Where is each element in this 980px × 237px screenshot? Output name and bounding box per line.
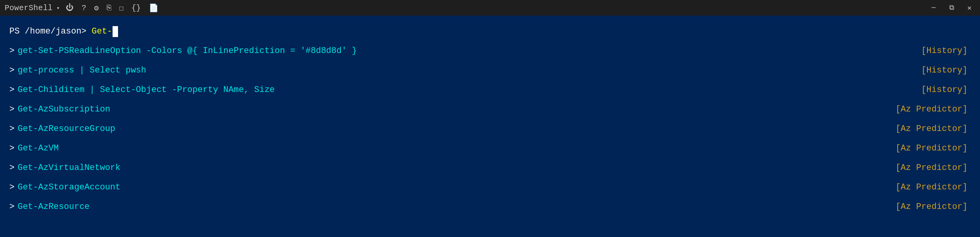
app-title: PowerShell <box>5 4 53 12</box>
titlebar: PowerShell ▾ ⏻ ? ⚙ ⎘ ☐ {} 📄 ─ ⧉ ✕ <box>0 0 980 16</box>
prompt-line: PS /home/jason> Get- <box>9 22 971 41</box>
minimize-button[interactable]: ─ <box>928 4 939 12</box>
arrow-8: > <box>9 178 14 197</box>
cmd-2: get-process | Select pwsh <box>18 61 146 80</box>
arrow-2: > <box>9 61 14 80</box>
tag-7: [Az Predictor] <box>895 163 968 173</box>
tag-3: [History] <box>921 85 968 95</box>
cmd-4: Get-AzSubscription <box>18 100 110 119</box>
tag-area-3: [History] <box>275 80 971 100</box>
powershell-window: PowerShell ▾ ⏻ ? ⚙ ⎘ ☐ {} 📄 ─ ⧉ ✕ PS /ho… <box>0 0 980 237</box>
tag-area-5: [Az Predictor] <box>115 119 971 139</box>
help-icon[interactable]: ? <box>81 4 86 12</box>
arrow-3: > <box>9 80 14 100</box>
suggestion-2[interactable]: > get-process | Select pwsh [History] <box>9 61 971 80</box>
window-controls: ─ ⧉ ✕ <box>928 4 975 12</box>
terminal[interactable]: PS /home/jason> Get- > get-Set-PSReadLin… <box>0 16 980 237</box>
tag-4: [Az Predictor] <box>895 104 968 114</box>
suggestion-6[interactable]: > Get-AzVM [Az Predictor] <box>9 139 971 158</box>
titlebar-left: PowerShell ▾ <box>5 4 60 12</box>
cmd-5: Get-AzResourceGroup <box>18 119 115 139</box>
tag-2: [History] <box>921 65 968 75</box>
suggestion-9[interactable]: > Get-AzResource [Az Predictor] <box>9 197 971 217</box>
arrow-4: > <box>9 100 14 119</box>
arrow-6: > <box>9 139 14 158</box>
prompt-text: PS /home/jason> <box>9 22 92 41</box>
suggestion-8[interactable]: > Get-AzStorageAccount [Az Predictor] <box>9 178 971 197</box>
suggestion-7[interactable]: > Get-AzVirtualNetwork [Az Predictor] <box>9 158 971 178</box>
close-button[interactable]: ✕ <box>964 4 975 12</box>
tag-area-6: [Az Predictor] <box>59 139 971 158</box>
tag-area-4: [Az Predictor] <box>110 100 971 119</box>
tag-area-2: [History] <box>146 61 971 80</box>
copy-icon[interactable]: ⎘ <box>107 4 111 12</box>
file-icon[interactable]: 📄 <box>149 3 159 13</box>
restore-button[interactable]: ⧉ <box>946 4 957 12</box>
tag-area-7: [Az Predictor] <box>120 158 971 178</box>
suggestion-3[interactable]: > Get-Childitem | Select-Object -Propert… <box>9 80 971 100</box>
tag-9: [Az Predictor] <box>895 202 968 212</box>
tag-area-1: [History] <box>357 41 971 61</box>
tag-area-9: [Az Predictor] <box>90 197 971 217</box>
typed-text: Get- <box>92 22 112 41</box>
cursor <box>113 26 118 37</box>
arrow-1: > <box>9 41 14 61</box>
arrow-5: > <box>9 119 14 139</box>
titlebar-icons: ⏻ ? ⚙ ⎘ ☐ {} 📄 <box>66 3 158 13</box>
cmd-7: Get-AzVirtualNetwork <box>18 158 120 178</box>
settings-icon[interactable]: ⚙ <box>94 3 99 13</box>
tag-8: [Az Predictor] <box>895 182 968 192</box>
suggestion-4[interactable]: > Get-AzSubscription [Az Predictor] <box>9 100 971 119</box>
tag-area-8: [Az Predictor] <box>120 178 971 197</box>
suggestion-5[interactable]: > Get-AzResourceGroup [Az Predictor] <box>9 119 971 139</box>
dropdown-icon[interactable]: ▾ <box>56 5 60 11</box>
cmd-8: Get-AzStorageAccount <box>18 178 120 197</box>
arrow-7: > <box>9 158 14 178</box>
cmd-6: Get-AzVM <box>18 139 59 158</box>
cmd-3: Get-Childitem | Select-Object -Property … <box>18 80 275 100</box>
tag-1: [History] <box>921 46 968 56</box>
power-icon[interactable]: ⏻ <box>66 3 74 12</box>
arrow-9: > <box>9 197 14 217</box>
cmd-9: Get-AzResource <box>18 197 90 217</box>
code-icon[interactable]: {} <box>132 4 141 12</box>
tag-6: [Az Predictor] <box>895 143 968 153</box>
tag-5: [Az Predictor] <box>895 124 968 134</box>
cmd-1: get-Set-PSReadLineOption -Colors @{ InLi… <box>18 41 357 61</box>
suggestion-1[interactable]: > get-Set-PSReadLineOption -Colors @{ In… <box>9 41 971 61</box>
new-tab-icon[interactable]: ☐ <box>119 3 124 13</box>
